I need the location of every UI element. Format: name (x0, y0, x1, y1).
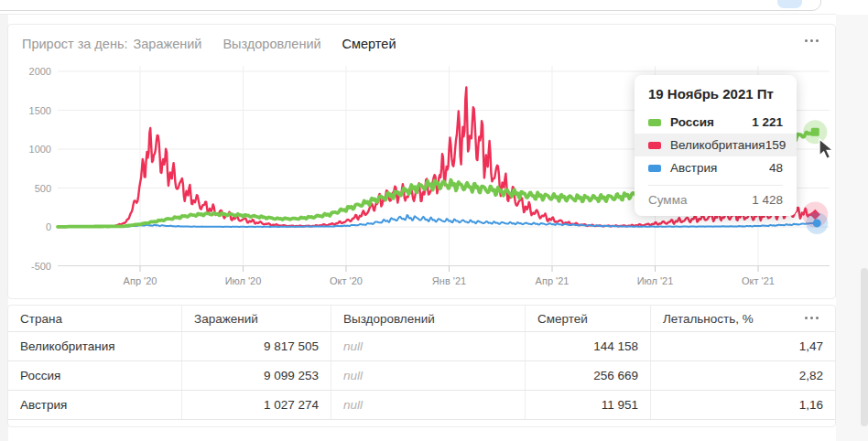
chart-tooltip: 19 Ноябрь 2021 Пт Россия1 221Великобрита… (635, 75, 797, 216)
x-axis-tick-label: Июл '21 (637, 275, 674, 286)
column-header: Заражений (181, 306, 331, 331)
tooltip-row: Австрия48 (648, 156, 783, 179)
cell-value: null (331, 361, 525, 390)
cell-value: 1,47 (650, 332, 835, 360)
table-row[interactable]: Россия9 099 253null256 6692,82 (8, 361, 835, 391)
tooltip-sum-row: Сумма 1 428 (648, 185, 783, 207)
y-axis-tick-label: 1500 (29, 105, 51, 116)
table-row[interactable]: Великобритания9 817 505null144 1581,47 (8, 332, 835, 361)
y-axis-tick-label: 500 (35, 183, 51, 194)
scrollbar-track[interactable] (861, 268, 868, 426)
y-axis-tick-label: -500 (31, 261, 51, 272)
end-marker-square[interactable] (811, 128, 819, 136)
x-axis-tick-label: Окт '20 (330, 275, 363, 286)
cell-value: null (331, 391, 525, 419)
x-axis-tick-label: Янв '21 (432, 275, 466, 286)
cell-value: 9 099 253 (181, 361, 331, 390)
table-more-menu-icon[interactable] (803, 317, 820, 319)
y-axis-tick-label: 2000 (29, 66, 51, 77)
countries-table: СтранаЗараженийВыздоровленийСмертейЛетал… (8, 306, 835, 420)
column-header: Смертей (525, 306, 650, 331)
search-input[interactable] (0, 0, 821, 11)
tooltip-sum-value: 1 428 (752, 193, 783, 207)
countries-table-card: СтранаЗараженийВыздоровленийСмертейЛетал… (7, 305, 836, 427)
series-swatch-icon (648, 165, 661, 172)
x-axis-tick-label: Окт '21 (742, 275, 775, 286)
y-axis-tick-label: 1000 (29, 144, 51, 155)
tooltip-row: Великобритания159 (635, 134, 797, 156)
cell-value: 11 951 (525, 391, 650, 419)
column-header: Страна (8, 306, 181, 331)
column-header: Выздоровлений (331, 306, 525, 331)
search-input-button[interactable] (777, 0, 802, 8)
cell-country: Великобритания (8, 332, 181, 360)
tooltip-row: Россия1 221 (648, 111, 783, 134)
cell-country: Россия (8, 361, 181, 390)
cell-value: 2,82 (650, 361, 835, 390)
tooltip-series-name: Австрия (670, 161, 769, 175)
cell-value: 256 669 (525, 361, 650, 390)
y-axis-tick-label: 0 (46, 221, 51, 232)
table-row[interactable]: Австрия1 027 274null11 9511,16 (8, 391, 835, 420)
cell-value: null (331, 332, 525, 360)
x-axis-tick-label: Апр '20 (124, 275, 157, 286)
tooltip-date: 19 Ноябрь 2021 Пт (648, 86, 783, 102)
cell-country: Австрия (8, 391, 181, 419)
table-header-row: СтранаЗараженийВыздоровленийСмертейЛетал… (8, 306, 835, 332)
x-axis-tick-label: Апр '21 (536, 275, 570, 286)
tooltip-sum-label: Сумма (648, 193, 752, 207)
tooltip-series-name: Россия (670, 115, 752, 129)
cell-value: 144 158 (525, 332, 650, 360)
tooltip-series-name: Великобритания (670, 138, 765, 152)
tooltip-series-value: 159 (765, 138, 787, 152)
x-axis-tick-label: Июл '20 (225, 275, 262, 286)
series-swatch-icon (648, 142, 661, 149)
end-marker-circle[interactable] (813, 219, 821, 227)
divider (0, 14, 836, 15)
series-swatch-icon (648, 119, 661, 126)
cell-value: 1,16 (650, 391, 835, 419)
cell-value: 9 817 505 (181, 332, 331, 360)
cell-value: 1 027 274 (181, 391, 331, 419)
tooltip-series-value: 1 221 (752, 115, 783, 129)
tooltip-series-value: 48 (769, 161, 783, 175)
